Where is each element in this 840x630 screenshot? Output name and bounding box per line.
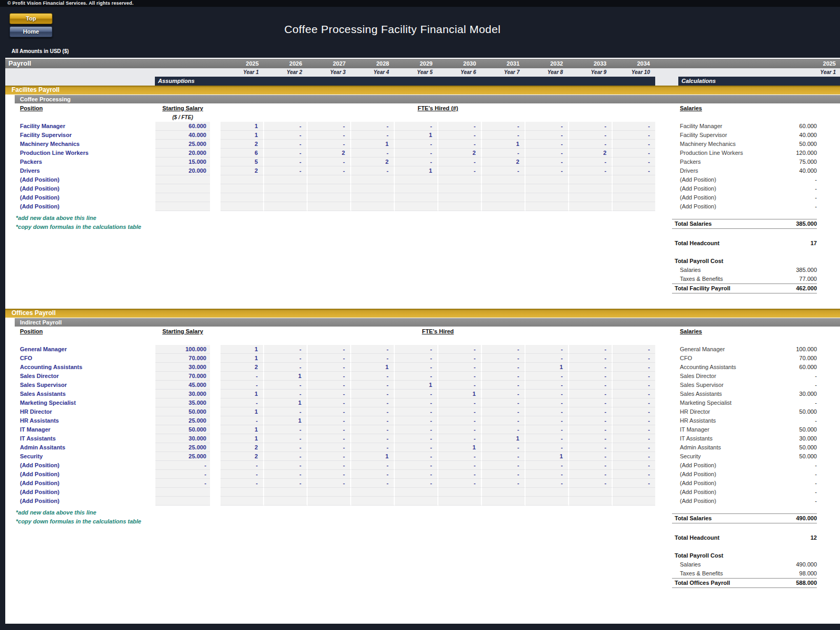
salary-cell[interactable]: 30.000 (155, 363, 210, 372)
fte-cell[interactable]: - (569, 131, 613, 140)
fte-cell[interactable] (308, 488, 351, 497)
position-cell[interactable]: (Add Position) (20, 488, 151, 497)
position-cell[interactable]: CFO (20, 354, 151, 363)
fte-cell[interactable] (264, 202, 308, 211)
salary-cell[interactable]: 50.000 (155, 425, 210, 434)
fte-cell[interactable]: - (613, 166, 655, 175)
position-cell[interactable]: HR Assistants (20, 416, 151, 425)
fte-cell[interactable]: - (526, 434, 569, 443)
fte-cell[interactable] (351, 202, 395, 211)
fte-cell[interactable]: - (395, 434, 438, 443)
fte-cell[interactable]: - (569, 425, 613, 434)
position-cell[interactable]: Facility Manager (20, 122, 151, 131)
fte-cell[interactable] (613, 175, 655, 184)
fte-cell[interactable]: - (264, 425, 308, 434)
fte-cell[interactable] (395, 488, 438, 497)
fte-cell[interactable]: - (438, 166, 482, 175)
fte-cell[interactable]: - (482, 372, 526, 381)
fte-cell[interactable]: - (569, 122, 613, 131)
salary-cell[interactable] (155, 184, 210, 193)
fte-cell[interactable]: 2 (220, 452, 264, 461)
fte-cell[interactable]: - (613, 149, 655, 158)
fte-cell[interactable]: - (351, 470, 395, 479)
fte-cell[interactable]: - (264, 479, 308, 488)
salary-cell[interactable]: 50.000 (155, 407, 210, 416)
fte-cell[interactable]: - (438, 398, 482, 407)
salary-cell[interactable] (155, 193, 210, 202)
fte-cell[interactable]: - (569, 372, 613, 381)
position-cell[interactable]: Packers (20, 158, 151, 166)
salary-cell[interactable] (155, 497, 210, 506)
fte-cell[interactable]: 1 (220, 354, 264, 363)
fte-cell[interactable]: 1 (438, 443, 482, 452)
fte-cell[interactable]: - (482, 452, 526, 461)
fte-cell[interactable]: - (438, 470, 482, 479)
fte-cell[interactable]: - (264, 166, 308, 175)
fte-cell[interactable]: 1 (220, 131, 264, 140)
fte-cell[interactable] (569, 193, 613, 202)
fte-cell[interactable]: 1 (220, 425, 264, 434)
fte-cell[interactable] (526, 202, 569, 211)
fte-cell[interactable]: - (264, 158, 308, 166)
top-button[interactable]: Top (9, 13, 52, 24)
fte-cell[interactable]: 1 (482, 140, 526, 149)
fte-cell[interactable]: 1 (264, 416, 308, 425)
fte-cell[interactable]: - (308, 345, 351, 354)
position-cell[interactable]: Accounting Assistants (20, 363, 151, 372)
fte-cell[interactable]: - (613, 122, 655, 131)
fte-cell[interactable]: 2 (569, 149, 613, 158)
fte-cell[interactable] (613, 184, 655, 193)
fte-cell[interactable]: - (438, 416, 482, 425)
position-cell[interactable]: (Add Position) (20, 479, 151, 488)
position-cell[interactable]: (Add Position) (20, 497, 151, 506)
fte-cell[interactable]: - (438, 461, 482, 470)
fte-cell[interactable]: - (613, 398, 655, 407)
fte-cell[interactable]: - (308, 158, 351, 166)
fte-cell[interactable]: - (395, 372, 438, 381)
fte-cell[interactable] (613, 488, 655, 497)
fte-cell[interactable]: - (526, 470, 569, 479)
fte-cell[interactable] (264, 193, 308, 202)
fte-cell[interactable] (220, 488, 264, 497)
fte-cell[interactable]: - (613, 470, 655, 479)
position-cell[interactable]: (Add Position) (20, 184, 151, 193)
fte-cell[interactable] (220, 193, 264, 202)
fte-cell[interactable]: - (264, 140, 308, 149)
fte-cell[interactable]: - (613, 131, 655, 140)
fte-cell[interactable]: - (569, 390, 613, 398)
fte-cell[interactable]: - (569, 461, 613, 470)
fte-cell[interactable]: - (351, 345, 395, 354)
fte-cell[interactable]: - (526, 381, 569, 390)
fte-cell[interactable] (438, 488, 482, 497)
fte-cell[interactable]: - (395, 158, 438, 166)
fte-cell[interactable]: - (351, 461, 395, 470)
fte-cell[interactable]: 2 (220, 363, 264, 372)
fte-cell[interactable]: - (482, 149, 526, 158)
position-cell[interactable]: Drivers (20, 166, 151, 175)
fte-cell[interactable]: - (264, 434, 308, 443)
fte-cell[interactable]: - (613, 452, 655, 461)
fte-cell[interactable]: - (526, 131, 569, 140)
fte-cell[interactable]: - (220, 470, 264, 479)
fte-cell[interactable]: - (264, 363, 308, 372)
fte-cell[interactable]: - (220, 461, 264, 470)
fte-cell[interactable]: - (264, 131, 308, 140)
salary-cell[interactable]: 45.000 (155, 381, 210, 390)
fte-cell[interactable]: 1 (526, 363, 569, 372)
fte-cell[interactable] (438, 202, 482, 211)
fte-cell[interactable]: - (569, 166, 613, 175)
fte-cell[interactable]: - (613, 363, 655, 372)
fte-cell[interactable]: - (569, 416, 613, 425)
salary-cell[interactable]: 30.000 (155, 434, 210, 443)
fte-cell[interactable]: - (613, 443, 655, 452)
fte-cell[interactable]: - (351, 381, 395, 390)
fte-cell[interactable]: - (569, 434, 613, 443)
fte-cell[interactable]: - (482, 443, 526, 452)
fte-cell[interactable]: - (264, 390, 308, 398)
fte-cell[interactable] (438, 193, 482, 202)
fte-cell[interactable]: - (482, 398, 526, 407)
fte-cell[interactable]: - (308, 434, 351, 443)
fte-cell[interactable]: - (264, 443, 308, 452)
fte-cell[interactable] (569, 497, 613, 506)
fte-cell[interactable]: 2 (482, 158, 526, 166)
